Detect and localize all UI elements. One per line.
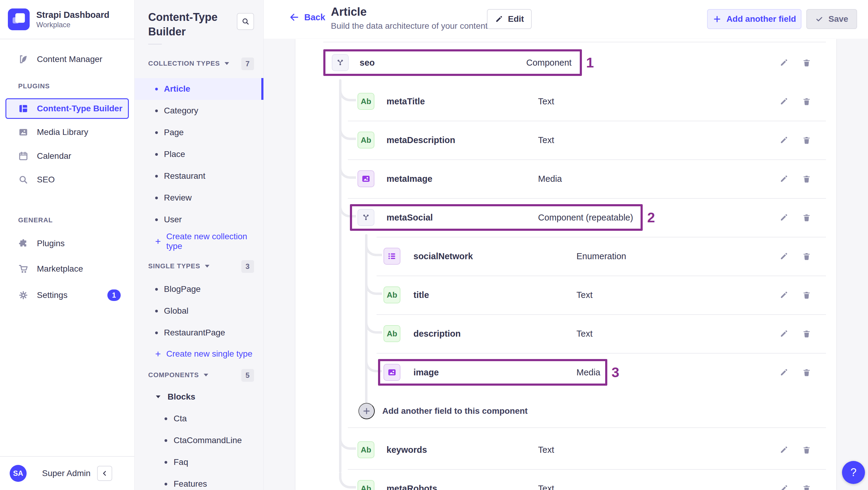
add-field-to-component-button[interactable] [359,403,375,419]
subnav-item-cta[interactable]: Cta [134,408,264,429]
edit-field-button[interactable] [778,211,790,223]
sidebar-item-media-library[interactable]: Media Library [0,121,134,143]
pencil-icon [495,15,503,23]
divider [148,44,162,44]
add-another-field-button[interactable]: Add another field [707,9,802,29]
collapse-sidebar-button[interactable] [97,466,112,481]
workspace-title: Strapi Dashboard [36,9,110,20]
delete-field-button[interactable] [801,57,813,69]
fields-table: seo Component Ab metaTitle Text Ab metaD… [296,39,836,490]
save-button[interactable]: Save [806,9,857,29]
sidebar-item-content-manager[interactable]: Content Manager [0,49,134,70]
plus-icon [713,14,722,24]
field-row-socialnetwork: socialNetwork Enumeration [296,237,836,276]
field-row-metatitle: Ab metaTitle Text [296,82,836,121]
subnav-item-faq[interactable]: Faq [134,451,264,473]
help-button[interactable]: ? [842,461,865,484]
sidebar-item-settings[interactable]: Settings 1 [0,284,134,306]
text-field-icon: Ab [383,325,400,342]
text-field-icon: Ab [358,93,374,110]
text-field-icon: Ab [383,286,400,303]
chevron-left-icon [101,469,108,477]
user-name: Super Admin [42,468,90,478]
pencil-icon [779,252,788,261]
subnav-title: Content-Type Builder [148,10,233,39]
single-types-header[interactable]: SINGLE TYPES 3 [134,260,264,272]
subnav-item-ctacommandline[interactable]: CtaCommandLine [134,429,264,451]
sidebar-item-plugins[interactable]: Plugins [0,233,134,254]
subnav-item-restaurantpage[interactable]: RestaurantPage [134,322,264,344]
search-button[interactable] [237,13,254,30]
subnav-item-restaurant[interactable]: Restaurant [134,165,264,187]
edit-field-button[interactable] [778,173,790,185]
sidebar-item-label: Content Manager [37,55,102,64]
delete-field-button[interactable] [801,95,813,108]
delete-field-button[interactable] [801,211,813,223]
edit-field-button[interactable] [778,134,790,146]
delete-field-button[interactable] [801,483,813,490]
delete-field-button[interactable] [801,250,813,262]
create-collection-type-link[interactable]: +Create new collection type [134,231,264,252]
edit-button[interactable]: Edit [487,9,532,29]
arrow-left-icon [289,12,300,22]
edit-field-button[interactable] [778,483,790,490]
avatar: SA [10,465,27,482]
chevron-down-icon [205,264,210,268]
trash-icon [802,368,811,377]
collection-types-count-badge: 7 [241,58,254,70]
trash-icon [802,97,811,106]
pencil-icon [779,174,788,183]
text-field-icon: Ab [358,131,374,149]
sidebar-item-label: Plugins [37,239,65,248]
add-field-to-component-label[interactable]: Add another field to this component [382,406,528,416]
pencil-icon [779,329,788,338]
delete-field-button[interactable] [801,134,813,146]
strapi-logo-icon [8,8,30,30]
collection-types-header[interactable]: COLLECTION TYPES 7 [134,58,264,69]
plus-icon: + [155,348,161,360]
text-field-icon: Ab [358,441,374,458]
pencil-icon [779,484,788,490]
component-group-blocks[interactable]: Blocks [134,386,264,408]
sidebar-item-label: SEO [37,175,55,184]
edit-field-button[interactable] [778,57,790,69]
create-single-type-link[interactable]: +Create new single type [134,344,264,364]
components-header[interactable]: COMPONENTS 5 [134,369,264,381]
back-link[interactable]: Back [289,12,325,22]
user-area: SA Super Admin [0,456,134,490]
field-row-title: Ab title Text [296,276,836,314]
subnav-item-user[interactable]: User [134,209,264,231]
delete-field-button[interactable] [801,328,813,340]
pencil-icon [779,368,788,377]
edit-field-button[interactable] [778,95,790,108]
subnav-item-article[interactable]: Article [134,78,264,100]
sidebar-item-content-type-builder[interactable]: Content-Type Builder [5,98,129,119]
delete-field-button[interactable] [801,366,813,378]
edit-field-button[interactable] [778,366,790,378]
sidebar-item-seo[interactable]: SEO [0,169,134,190]
subnav-item-page[interactable]: Page [134,122,264,143]
delete-field-button[interactable] [801,444,813,456]
subnav-item-place[interactable]: Place [134,143,264,165]
field-row-description: Ab description Text [296,314,836,353]
subnav-item-global[interactable]: Global [134,300,264,322]
annotation-number-3: 3 [612,364,619,380]
edit-field-button[interactable] [778,444,790,456]
sidebar-item-marketplace[interactable]: Marketplace [0,258,134,280]
delete-field-button[interactable] [801,173,813,185]
main-sidebar: Strapi Dashboard Workplace Content Manag… [0,0,134,490]
subnav-item-review[interactable]: Review [134,187,264,209]
delete-field-button[interactable] [801,289,813,301]
subnav-item-features[interactable]: Features [134,473,264,490]
edit-field-button[interactable] [778,328,790,340]
chevron-down-icon [224,61,229,66]
edit-field-button[interactable] [778,250,790,262]
edit-field-button[interactable] [778,289,790,301]
trash-icon [802,445,811,454]
sidebar-item-calendar[interactable]: Calendar [0,145,134,167]
subnav-item-blogpage[interactable]: BlogPage [134,278,264,300]
chevron-down-icon [203,373,209,377]
plus-icon [362,406,371,416]
component-field-icon [358,209,374,226]
subnav-item-category[interactable]: Category [134,100,264,122]
